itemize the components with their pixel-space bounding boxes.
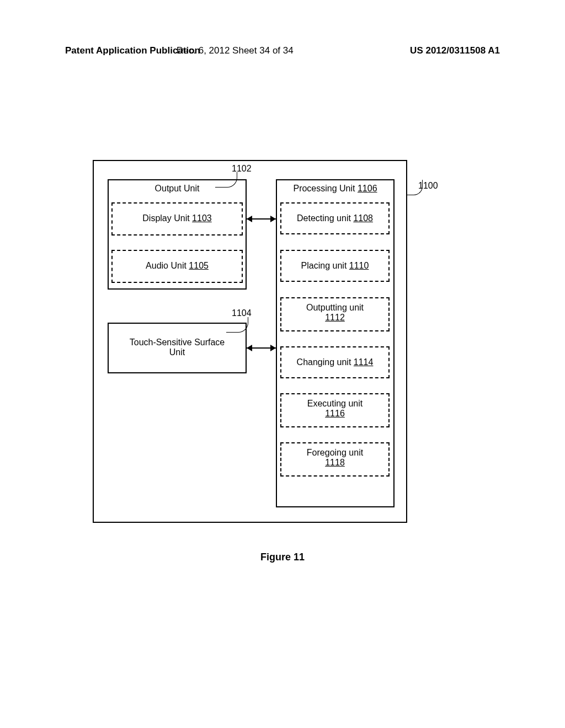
display-unit-box: Display Unit 1103 — [111, 202, 243, 235]
header-right: US 2012/0311508 A1 — [410, 45, 500, 56]
executing-unit-label: Executing unit 1116 — [281, 394, 388, 419]
foregoing-unit-text: Foregoing unit — [281, 448, 388, 458]
placing-unit-num: 1110 — [349, 261, 369, 270]
arrowhead-right-icon — [270, 216, 276, 222]
outputting-unit-num: 1112 — [281, 313, 388, 323]
audio-unit-label: Audio Unit 1105 — [113, 251, 242, 271]
arrowhead-left-icon — [247, 345, 252, 351]
audio-unit-num: 1105 — [189, 261, 209, 270]
arrowhead-left-icon — [247, 216, 252, 222]
processing-unit-text: Processing Unit — [293, 184, 358, 193]
header-center: Dec. 6, 2012 Sheet 34 of 34 — [177, 45, 294, 56]
outputting-unit-label: Outputting unit 1112 — [281, 298, 388, 323]
changing-unit-text: Changing unit — [297, 357, 354, 367]
arrowhead-right-icon — [270, 345, 276, 351]
executing-unit-text: Executing unit — [281, 399, 388, 409]
placing-unit-box: Placing unit 1110 — [280, 250, 390, 282]
detecting-unit-box: Detecting unit 1108 — [280, 202, 390, 234]
foregoing-unit-box: Foregoing unit 1118 — [280, 442, 390, 477]
output-unit-title: Output Unit — [109, 184, 246, 194]
display-unit-label: Display Unit 1103 — [113, 204, 242, 223]
leader-line-1100 — [407, 180, 423, 195]
touch-unit-line1: Touch-Sensitive Surface — [109, 338, 246, 347]
processing-unit-num: 1106 — [358, 184, 377, 193]
executing-unit-num: 1116 — [281, 409, 388, 419]
foregoing-unit-num: 1118 — [281, 458, 388, 468]
figure-caption: Figure 11 — [0, 552, 565, 563]
display-unit-text: Display Unit — [142, 213, 192, 223]
touch-sensitive-surface-unit-box: Touch-Sensitive Surface Unit — [108, 323, 247, 373]
display-unit-num: 1103 — [192, 213, 212, 223]
detecting-unit-label: Detecting unit 1108 — [281, 204, 388, 223]
changing-unit-label: Changing unit 1114 — [281, 347, 388, 367]
processing-unit-title: Processing Unit 1106 — [277, 180, 393, 194]
foregoing-unit-label: Foregoing unit 1118 — [281, 443, 388, 468]
page-header: Patent Application Publication Dec. 6, 2… — [0, 45, 565, 56]
detecting-unit-text: Detecting unit — [297, 213, 353, 223]
changing-unit-num: 1114 — [354, 357, 374, 367]
changing-unit-box: Changing unit 1114 — [280, 346, 390, 378]
detecting-unit-num: 1108 — [353, 213, 373, 223]
placing-unit-text: Placing unit — [301, 261, 349, 270]
touch-unit-line2: Unit — [109, 347, 246, 357]
placing-unit-label: Placing unit 1110 — [281, 251, 388, 271]
outputting-unit-text: Outputting unit — [281, 303, 388, 313]
audio-unit-text: Audio Unit — [146, 261, 189, 270]
executing-unit-box: Executing unit 1116 — [280, 393, 390, 427]
touch-unit-label: Touch-Sensitive Surface Unit — [109, 324, 246, 357]
outputting-unit-box: Outputting unit 1112 — [280, 297, 390, 331]
audio-unit-box: Audio Unit 1105 — [111, 250, 243, 283]
